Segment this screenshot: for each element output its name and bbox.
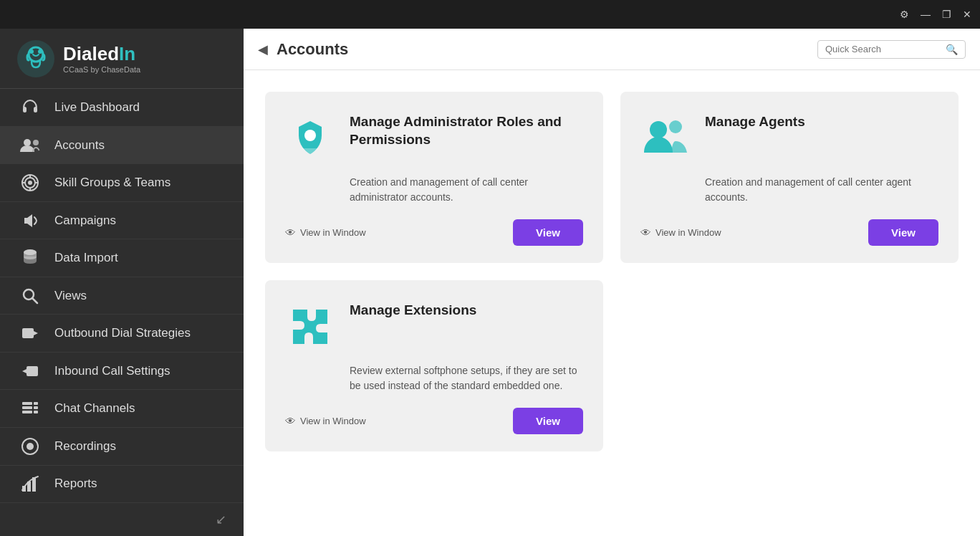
- card-top: Manage Administrator Roles and Permissio…: [285, 113, 583, 163]
- eye-icon: 👁: [640, 226, 651, 239]
- sidebar-logo: DialedIn CCaaS by ChaseData: [0, 29, 244, 89]
- sidebar-item-chat[interactable]: Chat Channels: [0, 390, 244, 428]
- card-grid: Manage Administrator Roles and Permissio…: [244, 70, 980, 536]
- svg-point-33: [669, 120, 682, 133]
- view-button[interactable]: View: [513, 408, 583, 434]
- sidebar-item-reports[interactable]: Reports: [0, 466, 244, 504]
- page-title: Accounts: [277, 40, 809, 59]
- card-description: Review external softphone setups, if the…: [285, 363, 583, 393]
- sidebar-item-skill-groups[interactable]: Skill Groups & Teams: [0, 164, 244, 202]
- sidebar-item-label: Views: [54, 289, 87, 303]
- card-top: Manage Agents: [640, 113, 938, 163]
- svg-rect-18: [22, 328, 34, 338]
- sidebar: DialedIn CCaaS by ChaseData Live Dashboa…: [0, 29, 244, 536]
- sidebar-item-label: Recordings: [54, 439, 116, 454]
- sidebar-item-accounts[interactable]: Accounts: [0, 127, 244, 165]
- magnify-icon: [17, 283, 43, 309]
- svg-point-27: [27, 443, 34, 450]
- record-icon: [17, 434, 43, 459]
- view-button[interactable]: View: [868, 219, 938, 246]
- search-icon: 🔍: [946, 44, 958, 55]
- sidebar-item-outbound[interactable]: Outbound Dial Strategies: [0, 315, 244, 353]
- minimize-button[interactable]: —: [921, 9, 931, 19]
- sidebar-item-campaigns[interactable]: Campaigns: [0, 202, 244, 240]
- card-footer: 👁 View in Window View: [285, 219, 583, 246]
- sidebar-item-label: Accounts: [54, 138, 105, 153]
- logo-icon: [17, 40, 54, 77]
- svg-rect-21: [22, 406, 32, 409]
- chart-icon: [17, 471, 43, 497]
- megaphone-icon: [17, 208, 43, 234]
- svg-rect-25: [34, 411, 38, 413]
- view-in-window-link[interactable]: 👁 View in Window: [285, 415, 366, 427]
- svg-point-6: [24, 139, 31, 146]
- maximize-button[interactable]: ❐: [942, 9, 951, 19]
- svg-point-0: [17, 40, 54, 77]
- logo-name: DialedIn: [63, 43, 140, 65]
- svg-point-7: [33, 140, 39, 145]
- card-title: Manage Extensions: [350, 302, 476, 320]
- svg-rect-4: [23, 107, 27, 113]
- close-button[interactable]: ✕: [963, 9, 971, 19]
- card-admin-roles: Manage Administrator Roles and Permissio…: [265, 92, 603, 263]
- view-in-window-link[interactable]: 👁 View in Window: [285, 226, 366, 239]
- view-in-window-link[interactable]: 👁 View in Window: [640, 226, 721, 239]
- view-button[interactable]: View: [513, 219, 583, 246]
- title-bar: ⚙ — ❐ ✕: [0, 0, 980, 29]
- svg-point-32: [650, 121, 667, 138]
- sidebar-item-label: Chat Channels: [54, 401, 135, 416]
- sidebar-item-label: Outbound Dial Strategies: [54, 326, 191, 340]
- sidebar-item-recordings[interactable]: Recordings: [0, 428, 244, 466]
- eye-icon: 👁: [285, 226, 296, 239]
- outbound-icon: [17, 320, 43, 346]
- svg-rect-23: [34, 402, 38, 405]
- card-top: Manage Extensions: [285, 302, 583, 352]
- card-description: Creation and management of call center a…: [285, 175, 583, 205]
- content-area: ◀ Accounts 🔍 Manage: [244, 29, 980, 536]
- svg-rect-22: [22, 411, 32, 413]
- card-title: Manage Administrator Roles and Permissio…: [350, 113, 583, 148]
- svg-rect-19: [27, 366, 38, 376]
- sidebar-item-label: Skill Groups & Teams: [54, 176, 170, 190]
- svg-point-2: [29, 49, 34, 54]
- sidebar-item-label: Campaigns: [54, 214, 116, 228]
- card-manage-agents: Manage Agents Creation and management of…: [620, 92, 959, 263]
- sidebar-item-inbound[interactable]: Inbound Call Settings: [0, 353, 244, 391]
- sidebar-item-label: Reports: [54, 477, 97, 491]
- logo-sub: CCaaS by ChaseData: [63, 65, 140, 74]
- eye-icon: 👁: [285, 415, 296, 427]
- headset-icon: [17, 95, 43, 120]
- sidebar-item-label: Live Dashboard: [54, 100, 140, 115]
- card-title: Manage Agents: [705, 113, 805, 131]
- database-icon: [17, 245, 43, 271]
- svg-rect-24: [34, 406, 38, 409]
- sidebar-footer: ↙: [0, 503, 244, 536]
- manage-extensions-icon: [285, 302, 335, 352]
- sidebar-item-data-import[interactable]: Data Import: [0, 239, 244, 277]
- sidebar-item-views[interactable]: Views: [0, 277, 244, 315]
- card-footer: 👁 View in Window View: [285, 408, 583, 434]
- card-description: Creation and management of call center a…: [640, 175, 938, 205]
- people-icon: [17, 133, 43, 158]
- logo-text: DialedIn CCaaS by ChaseData: [63, 43, 140, 74]
- svg-point-31: [304, 130, 316, 141]
- target-icon: [17, 170, 43, 196]
- top-bar: ◀ Accounts 🔍: [244, 29, 980, 70]
- back-arrow-icon[interactable]: ◀: [258, 42, 268, 57]
- sidebar-item-label: Inbound Call Settings: [54, 364, 170, 378]
- svg-point-10: [28, 181, 32, 185]
- admin-roles-icon: [285, 113, 335, 163]
- svg-rect-20: [22, 402, 32, 405]
- sidebar-item-live-dashboard[interactable]: Live Dashboard: [0, 89, 244, 127]
- svg-point-3: [38, 49, 42, 54]
- settings-button[interactable]: ⚙: [900, 9, 909, 19]
- chat-icon: [17, 396, 43, 421]
- inbound-icon: [17, 358, 43, 384]
- search-box: 🔍: [817, 40, 966, 59]
- card-manage-extensions: Manage Extensions Review external softph…: [265, 280, 603, 451]
- manage-agents-icon: [640, 113, 691, 163]
- collapse-icon[interactable]: ↙: [216, 512, 226, 527]
- app-body: DialedIn CCaaS by ChaseData Live Dashboa…: [0, 29, 980, 536]
- card-footer: 👁 View in Window View: [640, 219, 938, 246]
- search-input[interactable]: [825, 44, 940, 54]
